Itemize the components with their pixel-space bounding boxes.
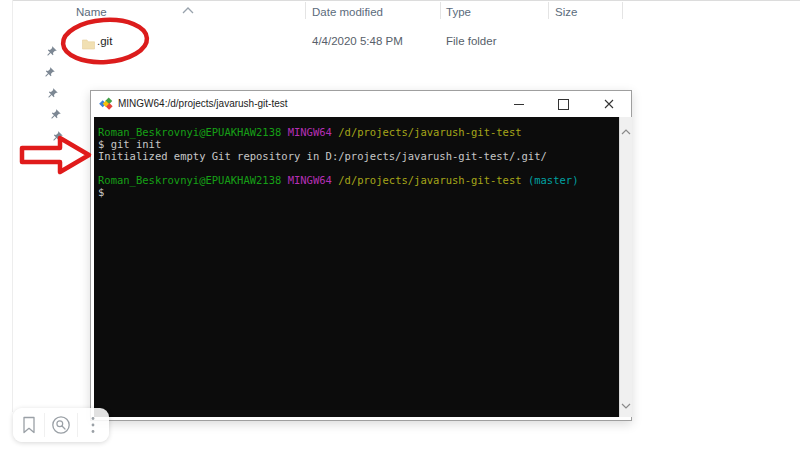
terminal-line: $ (98, 186, 578, 198)
terminal-line: Initialized empty Git repository in D:/p… (98, 150, 578, 162)
git-bash-icon (99, 97, 113, 111)
close-icon (604, 99, 614, 109)
chevron-up-icon[interactable] (182, 0, 194, 18)
file-row-date: 4/4/2020 5:48 PM (312, 35, 403, 47)
column-divider (440, 2, 441, 19)
screenshot-root: Name Date modified Type Size .git 4/4/20… (0, 0, 800, 449)
file-row-type: File folder (446, 35, 497, 47)
column-divider (305, 2, 306, 19)
bookmark-icon (21, 416, 37, 434)
chevron-down-icon[interactable] (621, 395, 631, 413)
pushpin-icon (44, 86, 61, 103)
window-controls (496, 91, 631, 117)
kebab-menu-icon (91, 416, 95, 434)
terminal-scrollbar[interactable] (619, 117, 632, 417)
terminal-title-bar[interactable]: MINGW64:/d/projects/javarush-git-test (91, 91, 631, 117)
maximize-icon (558, 99, 569, 110)
terminal-window-title: MINGW64:/d/projects/javarush-git-test (118, 98, 288, 109)
minimize-icon (514, 104, 524, 105)
column-header-size[interactable]: Size (555, 6, 577, 18)
chevron-up-icon[interactable] (621, 121, 631, 139)
pushpin-icon (47, 107, 64, 124)
close-button[interactable] (586, 91, 631, 117)
column-divider (622, 2, 623, 19)
left-panel-divider (12, 0, 13, 412)
bookmark-button[interactable] (13, 408, 44, 442)
terminal-line (98, 162, 578, 174)
column-header-date-modified[interactable]: Date modified (312, 6, 383, 18)
pushpin-icon (51, 149, 68, 166)
terminal-line: Roman_Beskrovnyi@EPUAKHAW2138 MINGW64 /d… (98, 126, 578, 138)
column-header-type[interactable]: Type (446, 6, 471, 18)
image-search-icon (51, 415, 71, 435)
image-search-button[interactable] (45, 408, 76, 442)
pushpin-icon (41, 65, 58, 82)
file-row-name[interactable]: .git (97, 35, 112, 47)
pushpin-icon (49, 129, 66, 146)
maximize-button[interactable] (541, 91, 586, 117)
git-bash-window: MINGW64:/d/projects/javarush-git-test Ro… (90, 90, 632, 421)
terminal-line: Roman_Beskrovnyi@EPUAKHAW2138 MINGW64 /d… (98, 174, 578, 186)
column-header-name[interactable]: Name (76, 6, 107, 18)
terminal-output: Roman_Beskrovnyi@EPUAKHAW2138 MINGW64 /d… (98, 126, 578, 198)
pushpin-icon (43, 44, 60, 61)
more-options-button[interactable] (78, 408, 109, 442)
explorer-top-border (12, 0, 800, 1)
minimize-button[interactable] (496, 91, 541, 117)
terminal-line: $ git init (98, 138, 578, 150)
column-divider (548, 2, 549, 19)
folder-icon (82, 36, 95, 54)
terminal-console[interactable]: Roman_Beskrovnyi@EPUAKHAW2138 MINGW64 /d… (94, 117, 619, 417)
overlay-toolbar (13, 408, 109, 442)
